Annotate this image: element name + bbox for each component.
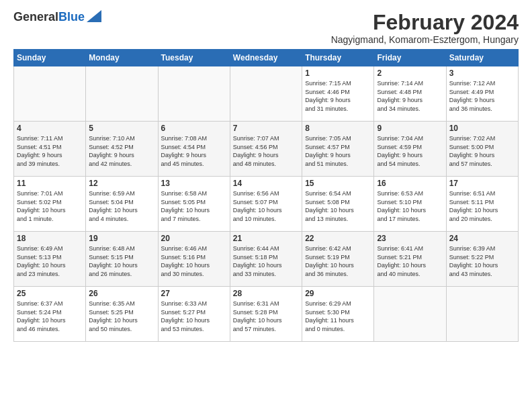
calendar-cell: 26Sunrise: 6:35 AM Sunset: 5:25 PM Dayli…: [86, 287, 158, 342]
calendar-cell: 3Sunrise: 7:12 AM Sunset: 4:49 PM Daylig…: [446, 66, 518, 122]
calendar-cell: 6Sunrise: 7:08 AM Sunset: 4:54 PM Daylig…: [158, 122, 230, 177]
day-number: 28: [233, 289, 299, 298]
day-info: Sunrise: 6:46 AM Sunset: 5:16 PM Dayligh…: [161, 244, 227, 278]
calendar-table: SundayMondayTuesdayWednesdayThursdayFrid…: [13, 49, 519, 342]
day-info: Sunrise: 6:54 AM Sunset: 5:08 PM Dayligh…: [305, 189, 371, 223]
day-info: Sunrise: 6:33 AM Sunset: 5:27 PM Dayligh…: [161, 300, 227, 333]
day-info: Sunrise: 7:12 AM Sunset: 4:49 PM Dayligh…: [449, 79, 515, 113]
day-number: 23: [377, 234, 443, 243]
weekday-header-saturday: Saturday: [446, 50, 518, 66]
calendar-cell: 11Sunrise: 7:01 AM Sunset: 5:02 PM Dayli…: [14, 177, 86, 232]
day-info: Sunrise: 7:10 AM Sunset: 4:52 PM Dayligh…: [89, 134, 154, 168]
day-number: 25: [17, 289, 83, 298]
logo-arrow-icon: [87, 10, 101, 22]
calendar-cell: 29Sunrise: 6:29 AM Sunset: 5:30 PM Dayli…: [302, 287, 374, 342]
calendar-cell: [158, 66, 230, 122]
day-number: 22: [305, 234, 371, 243]
weekday-header-wednesday: Wednesday: [230, 50, 302, 66]
title-block: February 2024 Nagyigmand, Komarom-Eszter…: [331, 11, 519, 45]
day-info: Sunrise: 6:29 AM Sunset: 5:30 PM Dayligh…: [305, 300, 371, 333]
calendar-cell: 1Sunrise: 7:15 AM Sunset: 4:46 PM Daylig…: [302, 66, 374, 122]
calendar-cell: 12Sunrise: 6:59 AM Sunset: 5:04 PM Dayli…: [86, 177, 158, 232]
day-info: Sunrise: 6:37 AM Sunset: 5:24 PM Dayligh…: [17, 300, 83, 333]
svg-marker-0: [87, 10, 101, 22]
day-number: 3: [449, 68, 515, 78]
day-info: Sunrise: 7:07 AM Sunset: 4:56 PM Dayligh…: [233, 134, 299, 168]
weekday-header-thursday: Thursday: [302, 50, 374, 66]
day-info: Sunrise: 7:05 AM Sunset: 4:57 PM Dayligh…: [305, 134, 371, 168]
calendar-cell: 16Sunrise: 6:53 AM Sunset: 5:10 PM Dayli…: [374, 177, 446, 232]
calendar-cell: 5Sunrise: 7:10 AM Sunset: 4:52 PM Daylig…: [86, 122, 158, 177]
day-info: Sunrise: 6:31 AM Sunset: 5:28 PM Dayligh…: [233, 300, 299, 333]
day-info: Sunrise: 6:41 AM Sunset: 5:21 PM Dayligh…: [377, 244, 443, 278]
day-info: Sunrise: 7:01 AM Sunset: 5:02 PM Dayligh…: [17, 189, 83, 223]
header: GeneralBlue February 2024 Nagyigmand, Ko…: [13, 11, 519, 45]
calendar-cell: 2Sunrise: 7:14 AM Sunset: 4:48 PM Daylig…: [374, 66, 446, 122]
calendar-cell: 13Sunrise: 6:58 AM Sunset: 5:05 PM Dayli…: [158, 177, 230, 232]
day-info: Sunrise: 6:53 AM Sunset: 5:10 PM Dayligh…: [377, 189, 443, 223]
calendar-cell: 18Sunrise: 6:49 AM Sunset: 5:13 PM Dayli…: [14, 232, 86, 287]
page: GeneralBlue February 2024 Nagyigmand, Ko…: [0, 0, 532, 349]
day-number: 18: [17, 234, 83, 243]
logo-text: GeneralBlue: [13, 11, 85, 24]
weekday-header-friday: Friday: [374, 50, 446, 66]
calendar-cell: 20Sunrise: 6:46 AM Sunset: 5:16 PM Dayli…: [158, 232, 230, 287]
day-info: Sunrise: 7:04 AM Sunset: 4:59 PM Dayligh…: [377, 134, 443, 168]
day-number: 19: [89, 234, 154, 243]
calendar-cell: 7Sunrise: 7:07 AM Sunset: 4:56 PM Daylig…: [230, 122, 302, 177]
weekday-header-tuesday: Tuesday: [158, 50, 230, 66]
day-number: 9: [377, 124, 443, 133]
calendar-cell: [86, 66, 158, 122]
calendar-week-row: 4Sunrise: 7:11 AM Sunset: 4:51 PM Daylig…: [14, 122, 519, 177]
weekday-header-monday: Monday: [86, 50, 158, 66]
calendar-cell: 4Sunrise: 7:11 AM Sunset: 4:51 PM Daylig…: [14, 122, 86, 177]
day-number: 2: [377, 68, 443, 78]
day-number: 11: [17, 179, 83, 188]
location: Nagyigmand, Komarom-Esztergom, Hungary: [331, 34, 519, 45]
day-info: Sunrise: 6:44 AM Sunset: 5:18 PM Dayligh…: [233, 244, 299, 278]
day-info: Sunrise: 6:42 AM Sunset: 5:19 PM Dayligh…: [305, 244, 371, 278]
day-number: 8: [305, 124, 371, 133]
calendar-week-row: 11Sunrise: 7:01 AM Sunset: 5:02 PM Dayli…: [14, 177, 519, 232]
day-info: Sunrise: 6:49 AM Sunset: 5:13 PM Dayligh…: [17, 244, 83, 278]
calendar-cell: 9Sunrise: 7:04 AM Sunset: 4:59 PM Daylig…: [374, 122, 446, 177]
day-info: Sunrise: 6:51 AM Sunset: 5:11 PM Dayligh…: [449, 189, 515, 223]
day-number: 27: [161, 289, 227, 298]
calendar-cell: 27Sunrise: 6:33 AM Sunset: 5:27 PM Dayli…: [158, 287, 230, 342]
day-number: 6: [161, 124, 227, 133]
logo-general: General: [13, 10, 58, 24]
day-number: 13: [161, 179, 227, 188]
calendar-week-row: 18Sunrise: 6:49 AM Sunset: 5:13 PM Dayli…: [14, 232, 519, 287]
day-info: Sunrise: 6:35 AM Sunset: 5:25 PM Dayligh…: [89, 300, 154, 333]
day-info: Sunrise: 6:58 AM Sunset: 5:05 PM Dayligh…: [161, 189, 227, 223]
day-number: 15: [305, 179, 371, 188]
weekday-header-sunday: Sunday: [14, 50, 86, 66]
day-number: 29: [305, 289, 371, 298]
calendar-cell: [446, 287, 518, 342]
calendar-week-row: 25Sunrise: 6:37 AM Sunset: 5:24 PM Dayli…: [14, 287, 519, 342]
calendar-cell: 14Sunrise: 6:56 AM Sunset: 5:07 PM Dayli…: [230, 177, 302, 232]
day-info: Sunrise: 6:56 AM Sunset: 5:07 PM Dayligh…: [233, 189, 299, 223]
logo-blue: Blue: [58, 10, 85, 24]
day-info: Sunrise: 6:59 AM Sunset: 5:04 PM Dayligh…: [89, 189, 154, 223]
day-number: 14: [233, 179, 299, 188]
day-number: 10: [449, 124, 515, 133]
calendar-week-row: 1Sunrise: 7:15 AM Sunset: 4:46 PM Daylig…: [14, 66, 519, 122]
day-number: 5: [89, 124, 154, 133]
logo: GeneralBlue: [13, 11, 101, 24]
day-number: 4: [17, 124, 83, 133]
calendar-cell: 10Sunrise: 7:02 AM Sunset: 5:00 PM Dayli…: [446, 122, 518, 177]
calendar-cell: 28Sunrise: 6:31 AM Sunset: 5:28 PM Dayli…: [230, 287, 302, 342]
calendar-cell: 24Sunrise: 6:39 AM Sunset: 5:22 PM Dayli…: [446, 232, 518, 287]
calendar-cell: 15Sunrise: 6:54 AM Sunset: 5:08 PM Dayli…: [302, 177, 374, 232]
calendar-cell: 23Sunrise: 6:41 AM Sunset: 5:21 PM Dayli…: [374, 232, 446, 287]
calendar-cell: [14, 66, 86, 122]
day-number: 20: [161, 234, 227, 243]
day-number: 16: [377, 179, 443, 188]
day-number: 12: [89, 179, 154, 188]
calendar-cell: 8Sunrise: 7:05 AM Sunset: 4:57 PM Daylig…: [302, 122, 374, 177]
calendar-cell: 17Sunrise: 6:51 AM Sunset: 5:11 PM Dayli…: [446, 177, 518, 232]
calendar-cell: [230, 66, 302, 122]
day-info: Sunrise: 6:39 AM Sunset: 5:22 PM Dayligh…: [449, 244, 515, 278]
calendar-cell: 21Sunrise: 6:44 AM Sunset: 5:18 PM Dayli…: [230, 232, 302, 287]
